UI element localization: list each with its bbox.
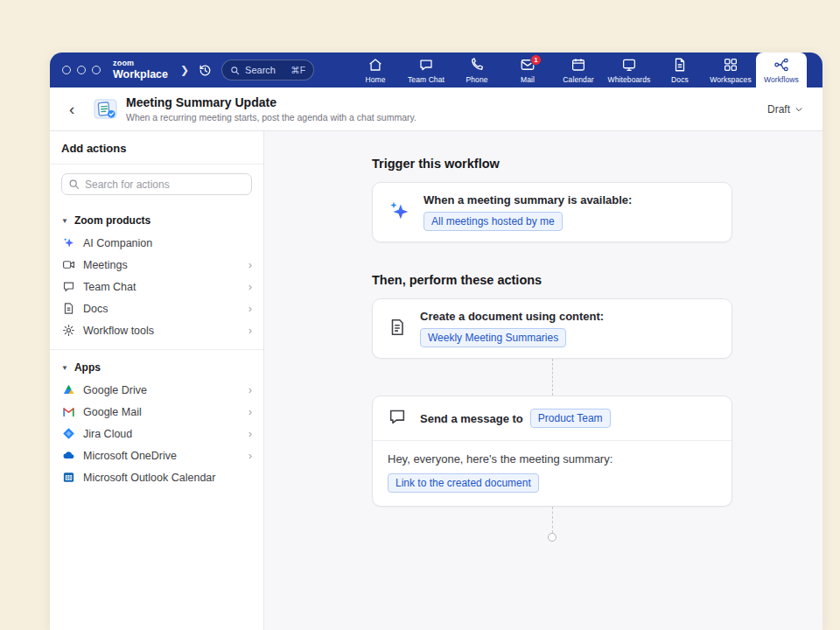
zoom-workplace-logo: zoom Workplace [113,60,168,80]
document-icon [388,318,407,340]
section-zoom-products[interactable]: ▼ Zoom products [50,203,263,232]
gear-icon [61,324,75,338]
document-content-chip[interactable]: Weekly Meeting Summaries [420,328,566,347]
workflow-thumbnail-icon [94,97,117,121]
nav-item-label: Workspaces [710,75,752,84]
nav-item-workflows[interactable]: Workflows [756,52,807,88]
search-label: Search [245,65,276,75]
team-chat-icon [418,57,434,73]
sidebar-item-google-mail[interactable]: Google Mail › [50,401,263,423]
nav-item-workspaces[interactable]: Workspaces [705,52,756,88]
trigger-scope-chip[interactable]: All meetings hosted by me [424,212,563,231]
message-body-text: Hey, everyone, here's the meeting summar… [388,452,717,466]
sidebar-item-label: Meetings [83,259,128,271]
collapse-triangle-icon: ▼ [61,364,68,372]
page-title: Meeting Summary Update [126,95,416,109]
send-message-card[interactable]: Send a message to Product Team Hey, ever… [372,396,732,507]
sidebar-item-label: Microsoft OneDrive [83,450,177,462]
nav-item-phone[interactable]: Phone [452,52,502,88]
chevron-right-icon: › [248,259,252,270]
onedrive-icon [61,449,75,463]
create-document-card[interactable]: Create a document using content: Weekly … [372,298,732,359]
nav-item-label: Docs [671,75,689,84]
create-document-text: Create a document using content: [420,310,604,323]
sidebar-item-label: Microsoft Outlook Calendar [83,472,215,484]
nav-item-label: Home [365,75,385,84]
connector-line [372,359,732,396]
nav-item-calendar[interactable]: Calendar [553,52,604,88]
sidebar-item-label: Google Drive [83,384,147,396]
calendar-icon [570,57,586,73]
sidebar-item-microsoft-onedrive[interactable]: Microsoft OneDrive › [50,444,263,466]
nav-item-team-chat[interactable]: Team Chat [401,52,452,88]
sidebar-item-label: AI Companion [83,237,152,249]
nav-item-docs[interactable]: Docs [654,52,705,88]
window-control-dot[interactable] [62,66,71,74]
jira-icon [61,427,75,441]
connector-end [372,507,732,542]
window-controls[interactable] [62,66,101,74]
trigger-heading: Trigger this workflow [372,157,732,171]
workflow-canvas: Trigger this workflow When a meeting sum… [264,131,822,630]
status-dropdown[interactable]: Draft [767,103,803,116]
sidebar-item-workflow-tools[interactable]: Workflow tools › [50,319,263,341]
window-control-dot[interactable] [77,66,86,74]
meetings-icon [61,258,75,272]
chevron-right-icon: › [248,450,252,461]
nav-item-more[interactable]: M [807,52,822,88]
search-input[interactable] [61,173,252,195]
chevron-right-icon[interactable]: ❯ [180,64,189,76]
sidebar-heading: Add actions [50,142,263,164]
sidebar-divider [50,164,263,164]
chevron-right-icon: › [248,428,252,439]
back-button[interactable]: ‹ [69,101,92,117]
top-navbar: zoom Workplace ❯ Search ⌘F Home [50,52,822,88]
app-window: zoom Workplace ❯ Search ⌘F Home [50,52,822,630]
team-chat-icon [61,280,75,294]
phone-icon [469,57,485,73]
gmail-icon [61,405,75,419]
home-icon [368,57,383,73]
section-label: Apps [74,361,101,374]
docs-icon [672,57,688,73]
global-search-button[interactable]: Search ⌘F [221,60,314,80]
sidebar-item-docs[interactable]: Docs › [50,298,263,319]
nav-item-whiteboards[interactable]: Whiteboards [604,52,654,88]
window-control-dot[interactable] [92,66,101,74]
send-message-text: Send a message to [420,412,523,425]
sidebar-item-google-drive[interactable]: Google Drive › [50,379,263,401]
chevron-right-icon: › [248,325,252,336]
workflow-title-block: Meeting Summary Update When a recurring … [126,95,416,122]
google-drive-icon [61,383,75,397]
workflow-header: ‹ Meeting Summary Update When a recurrin… [50,88,822,131]
status-badge: Draft [767,103,790,116]
outlook-calendar-icon [61,471,75,485]
logo-zoom-text: zoom [113,60,168,67]
trigger-card-text: When a meeting summary is available: [424,193,632,206]
navbar-tabs: Home Team Chat Phone 1 Mail [350,52,822,88]
search-icon [230,66,240,75]
message-link-chip[interactable]: Link to the created document [388,473,539,493]
docs-icon [61,302,75,316]
mail-unread-badge: 1 [530,54,542,66]
message-recipient-chip[interactable]: Product Team [530,409,611,428]
trigger-card[interactable]: When a meeting summary is available: All… [372,182,732,242]
sidebar-item-label: Jira Cloud [83,428,132,440]
page-subtitle: When a recurring meeting starts, post th… [126,112,416,122]
sidebar-item-meetings[interactable]: Meetings › [50,254,263,276]
sidebar-item-team-chat[interactable]: Team Chat › [50,276,263,298]
sidebar-item-label: Google Mail [83,406,142,418]
sidebar-item-ai-companion[interactable]: AI Companion [50,232,263,254]
nav-item-mail[interactable]: 1 Mail [502,52,553,88]
history-icon[interactable] [198,63,213,78]
logo-workplace-text: Workplace [113,69,168,80]
add-step-node[interactable] [548,533,556,542]
section-apps[interactable]: ▼ Apps [50,350,263,379]
actions-heading: Then, perform these actions [372,273,732,287]
nav-item-home[interactable]: Home [350,52,401,88]
section-label: Zoom products [74,214,150,227]
sidebar-item-jira-cloud[interactable]: Jira Cloud › [50,423,263,444]
sidebar-item-microsoft-outlook-calendar[interactable]: Microsoft Outlook Calendar [50,466,263,488]
ai-companion-icon [61,236,75,250]
nav-item-label: Calendar [563,75,593,84]
